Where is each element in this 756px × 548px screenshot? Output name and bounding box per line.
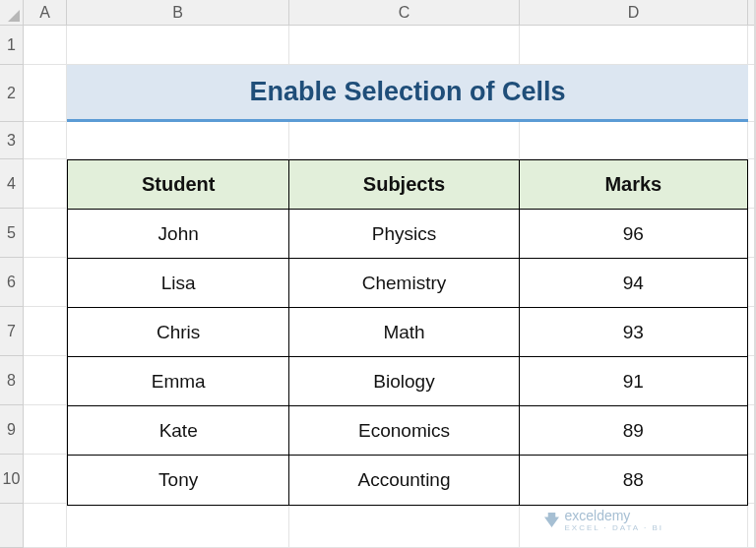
table-cell[interactable]: Tony <box>68 456 289 505</box>
column-header-b[interactable]: B <box>67 0 289 26</box>
watermark-icon <box>544 513 559 527</box>
row-header-9[interactable]: 9 <box>0 405 23 455</box>
watermark-brand: exceldemy <box>564 508 630 523</box>
table-cell[interactable]: Chris <box>68 308 289 357</box>
table-cell[interactable]: 89 <box>520 406 747 456</box>
table-cell[interactable]: Math <box>289 308 519 357</box>
cell[interactable] <box>520 122 748 159</box>
table-cell[interactable]: Biology <box>289 357 519 406</box>
table-cell[interactable]: 88 <box>520 456 747 505</box>
cell[interactable] <box>67 122 289 159</box>
watermark-tagline: EXCEL · DATA · BI <box>564 523 663 532</box>
row-header-8[interactable]: 8 <box>0 356 23 405</box>
table-cell[interactable]: Accounting <box>289 456 519 505</box>
row-header-10[interactable]: 10 <box>0 455 23 504</box>
table-cell[interactable]: John <box>68 210 289 259</box>
watermark: exceldemy EXCEL · DATA · BI <box>544 508 663 532</box>
cell[interactable] <box>24 405 67 455</box>
cell[interactable] <box>24 356 67 405</box>
table-cell[interactable]: Lisa <box>68 259 289 308</box>
spreadsheet-grid: Enable Selection of Cells StudentSubject… <box>24 26 756 548</box>
table-header-student[interactable]: Student <box>68 160 289 210</box>
table-cell[interactable]: Physics <box>289 210 519 259</box>
row-header-3[interactable]: 3 <box>0 122 23 159</box>
cell[interactable] <box>24 26 67 65</box>
table-cell[interactable]: 93 <box>520 308 747 357</box>
cell[interactable] <box>67 26 289 65</box>
cell[interactable] <box>24 65 67 122</box>
table-header-marks[interactable]: Marks <box>520 160 747 210</box>
row-header-1[interactable]: 1 <box>0 26 23 65</box>
cell[interactable] <box>24 159 67 209</box>
table-cell[interactable]: 91 <box>520 357 747 406</box>
row-header-5[interactable]: 5 <box>0 209 23 258</box>
cell[interactable] <box>289 122 520 159</box>
table-cell[interactable]: 94 <box>520 259 747 308</box>
cell[interactable] <box>24 209 67 258</box>
row-header-2[interactable]: 2 <box>0 65 23 122</box>
cell[interactable] <box>24 258 67 307</box>
cell[interactable] <box>67 504 289 548</box>
title-text: Enable Selection of Cells <box>249 77 565 107</box>
select-all-triangle[interactable] <box>0 0 24 26</box>
table-cell[interactable]: Economics <box>289 406 519 456</box>
column-header-d[interactable]: D <box>520 0 748 26</box>
cell[interactable] <box>24 307 67 356</box>
column-header-a[interactable]: A <box>24 0 67 26</box>
row-headers: 12345678910 <box>0 26 24 548</box>
table-cell[interactable]: Chemistry <box>289 259 519 308</box>
row-header-7[interactable]: 7 <box>0 307 23 356</box>
row-header-extra[interactable] <box>0 504 23 548</box>
cell[interactable] <box>520 26 748 65</box>
table-cell[interactable]: Kate <box>68 406 289 456</box>
cell[interactable] <box>24 504 67 548</box>
row-header-4[interactable]: 4 <box>0 159 23 209</box>
cell[interactable] <box>289 504 520 548</box>
cell[interactable] <box>24 122 67 159</box>
row-header-6[interactable]: 6 <box>0 258 23 307</box>
table-header-subjects[interactable]: Subjects <box>289 160 519 210</box>
cell[interactable] <box>289 26 520 65</box>
cell[interactable] <box>24 455 67 504</box>
column-header-c[interactable]: C <box>289 0 520 26</box>
table-cell[interactable]: Emma <box>68 357 289 406</box>
column-headers: ABCD <box>24 0 756 26</box>
data-table: StudentSubjectsMarksJohnPhysics96LisaChe… <box>67 159 748 506</box>
title-cell[interactable]: Enable Selection of Cells <box>67 65 748 122</box>
table-cell[interactable]: 96 <box>520 210 747 259</box>
